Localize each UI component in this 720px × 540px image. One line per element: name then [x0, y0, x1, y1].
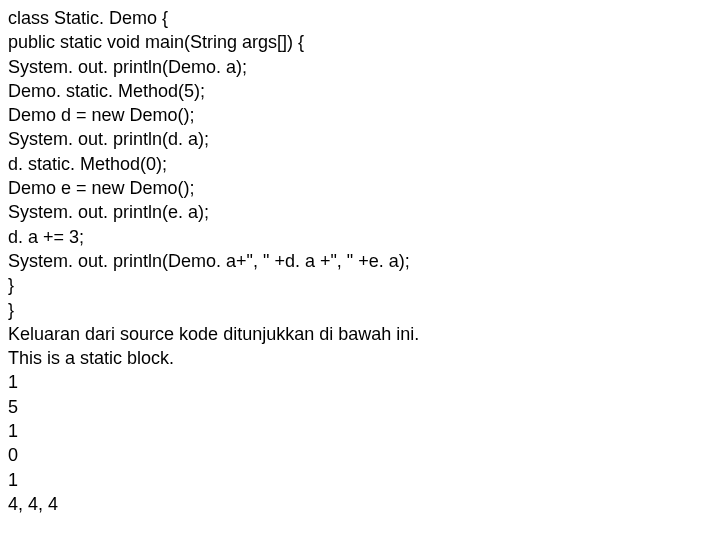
code-line: System. out. println(Demo. a+", " +d. a …	[8, 249, 712, 273]
code-line: System. out. println(e. a);	[8, 200, 712, 224]
code-line: System. out. println(Demo. a);	[8, 55, 712, 79]
code-line: Demo d = new Demo();	[8, 103, 712, 127]
code-line: }	[8, 298, 712, 322]
output-line: 5	[8, 395, 712, 419]
output-line: This is a static block.	[8, 346, 712, 370]
output-description: Keluaran dari source kode ditunjukkan di…	[8, 322, 712, 346]
code-line: }	[8, 273, 712, 297]
output-line: 0	[8, 443, 712, 467]
code-text-block: class Static. Demo { public static void …	[0, 0, 720, 522]
output-line: 4, 4, 4	[8, 492, 712, 516]
code-line: public static void main(String args[]) {	[8, 30, 712, 54]
code-line: System. out. println(d. a);	[8, 127, 712, 151]
code-line: d. static. Method(0);	[8, 152, 712, 176]
output-line: 1	[8, 419, 712, 443]
code-line: Demo. static. Method(5);	[8, 79, 712, 103]
code-line: d. a += 3;	[8, 225, 712, 249]
output-line: 1	[8, 468, 712, 492]
code-line: Demo e = new Demo();	[8, 176, 712, 200]
output-line: 1	[8, 370, 712, 394]
code-line: class Static. Demo {	[8, 6, 712, 30]
